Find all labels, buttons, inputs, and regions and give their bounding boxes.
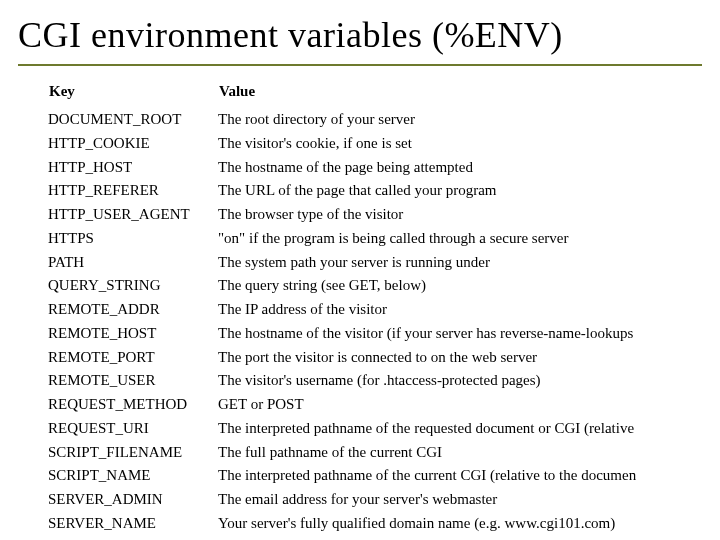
table-row: REMOTE_PORTThe port the visitor is conne… (48, 346, 692, 370)
env-key: REMOTE_USER (48, 369, 218, 393)
env-value: "on" if the program is being called thro… (218, 227, 692, 251)
page-title: CGI environment variables (%ENV) (18, 14, 702, 60)
env-value: The visitor's cookie, if one is set (218, 132, 692, 156)
env-value: GET or POST (218, 393, 692, 417)
env-value: The browser type of the visitor (218, 203, 692, 227)
table-row: SCRIPT_NAMEThe interpreted pathname of t… (48, 464, 692, 488)
env-key: HTTPS (48, 227, 218, 251)
table-row: SERVER_NAMEYour server's fully qualified… (48, 512, 692, 536)
env-value: Your server's fully qualified domain nam… (218, 512, 692, 536)
env-value: The IP address of the visitor (218, 298, 692, 322)
table-row: REQUEST_METHODGET or POST (48, 393, 692, 417)
env-value: The hostname of the visitor (if your ser… (218, 322, 692, 346)
env-table: Key Value DOCUMENT_ROOTThe root director… (48, 82, 692, 540)
env-value: The interpreted pathname of the requeste… (218, 417, 692, 441)
table-row: HTTPS"on" if the program is being called… (48, 227, 692, 251)
env-key: REQUEST_URI (48, 417, 218, 441)
env-key: SERVER_ADMIN (48, 488, 218, 512)
table-row: REMOTE_ADDRThe IP address of the visitor (48, 298, 692, 322)
env-value: The system path your server is running u… (218, 251, 692, 275)
env-value: The visitor's username (for .htaccess-pr… (218, 369, 692, 393)
table-row: QUERY_STRINGThe query string (see GET, b… (48, 274, 692, 298)
table-row: SERVER_PORTThe port number your server i… (48, 536, 692, 541)
table-row: PATHThe system path your server is runni… (48, 251, 692, 275)
header-value: Value (218, 82, 692, 108)
env-key: HTTP_USER_AGENT (48, 203, 218, 227)
table-row: REQUEST_URIThe interpreted pathname of t… (48, 417, 692, 441)
table-header-row: Key Value (48, 82, 692, 108)
title-underline (18, 64, 702, 66)
env-key: SERVER_PORT (48, 536, 218, 541)
env-key: DOCUMENT_ROOT (48, 108, 218, 132)
table-row: DOCUMENT_ROOTThe root directory of your … (48, 108, 692, 132)
env-value: The hostname of the page being attempted (218, 156, 692, 180)
env-key: QUERY_STRING (48, 274, 218, 298)
table-row: HTTP_COOKIEThe visitor's cookie, if one … (48, 132, 692, 156)
env-key: REMOTE_PORT (48, 346, 218, 370)
env-key: HTTP_COOKIE (48, 132, 218, 156)
env-value: The interpreted pathname of the current … (218, 464, 692, 488)
env-value: The URL of the page that called your pro… (218, 179, 692, 203)
table-row: HTTP_HOSTThe hostname of the page being … (48, 156, 692, 180)
slide: CGI environment variables (%ENV) Key Val… (0, 0, 720, 540)
env-key: REMOTE_ADDR (48, 298, 218, 322)
env-key: SCRIPT_FILENAME (48, 441, 218, 465)
env-value: The full pathname of the current CGI (218, 441, 692, 465)
env-value: The port the visitor is connected to on … (218, 346, 692, 370)
header-key: Key (48, 82, 218, 108)
env-key: SCRIPT_NAME (48, 464, 218, 488)
env-key: REMOTE_HOST (48, 322, 218, 346)
table-row: SCRIPT_FILENAMEThe full pathname of the … (48, 441, 692, 465)
table-row: HTTP_REFERERThe URL of the page that cal… (48, 179, 692, 203)
table-row: SERVER_ADMINThe email address for your s… (48, 488, 692, 512)
env-value: The root directory of your server (218, 108, 692, 132)
env-key: HTTP_HOST (48, 156, 218, 180)
env-key: REQUEST_METHOD (48, 393, 218, 417)
env-key: SERVER_NAME (48, 512, 218, 536)
env-value: The email address for your server's webm… (218, 488, 692, 512)
table-row: HTTP_USER_AGENTThe browser type of the v… (48, 203, 692, 227)
env-value: The query string (see GET, below) (218, 274, 692, 298)
table-row: REMOTE_HOSTThe hostname of the visitor (… (48, 322, 692, 346)
env-key: PATH (48, 251, 218, 275)
env-value: The port number your server is listening… (218, 536, 692, 541)
env-key: HTTP_REFERER (48, 179, 218, 203)
env-table-container: Key Value DOCUMENT_ROOTThe root director… (18, 82, 702, 540)
table-row: REMOTE_USERThe visitor's username (for .… (48, 369, 692, 393)
